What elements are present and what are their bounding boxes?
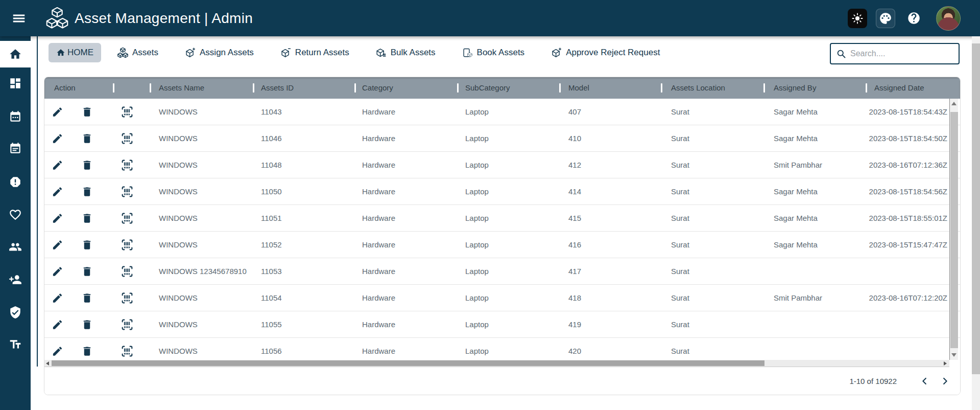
assets-cubes-icon [117,48,128,58]
tab-approve-reject-request[interactable]: Approve Reject Request [551,48,660,58]
delete-button[interactable] [81,186,93,197]
delete-button[interactable] [81,159,93,171]
edit-button[interactable] [52,159,63,171]
edit-button[interactable] [52,186,63,197]
pencil-icon [52,239,63,250]
sidebar-item-report[interactable] [0,170,31,194]
scroll-left-arrow[interactable] [46,361,49,366]
delete-button[interactable] [81,212,93,224]
scroll-right-arrow[interactable] [944,361,947,366]
cell-assigned-date: 2023-08-15T18:55:01Z [856,205,947,231]
delete-button[interactable] [81,345,93,357]
edit-button[interactable] [52,292,63,304]
cell-assets-name: WINDOWS [159,125,198,151]
sidebar-item-security[interactable] [0,300,31,325]
help-button[interactable] [904,9,923,28]
previous-page-button[interactable] [914,371,935,392]
sidebar-item-person-add[interactable] [0,267,31,292]
sidebar-item-text-format[interactable] [0,332,31,357]
user-avatar[interactable] [936,6,961,31]
column-separator [354,83,356,93]
barcode-scan-icon [120,317,134,332]
trash-icon [81,292,93,304]
edit-button[interactable] [52,212,63,224]
theme-toggle-button[interactable] [848,9,867,28]
edit-button[interactable] [52,318,63,330]
horizontal-scrollbar-thumb[interactable] [52,360,764,366]
box-minus-icon [280,48,291,58]
barcode-button[interactable] [120,211,134,225]
cell-assets-id: 11052 [261,232,282,258]
cell-assets-name: WINDOWS [159,205,198,231]
sidebar-item-calendar[interactable] [0,104,31,129]
delete-button[interactable] [81,265,93,277]
cell-assigned-date: 2023-08-15T18:54:56Z [856,178,947,204]
sidebar-item-people[interactable] [0,235,31,259]
barcode-button[interactable] [120,185,134,199]
page-scrollbar-thumb[interactable] [972,43,980,374]
edit-button[interactable] [52,132,63,144]
hamburger-menu-button[interactable] [10,10,28,27]
palette-button[interactable] [876,9,895,28]
tab-book-assets[interactable]: Book Assets [462,48,525,58]
tab-home[interactable]: HOME [49,43,101,62]
cell-model: 418 [568,285,581,311]
search-input[interactable] [850,49,953,58]
table-horizontal-scrollbar[interactable] [44,360,960,367]
cell-assets-name: WINDOWS [159,338,198,360]
cell-assigned-date: 2023-08-15T18:54:43Z [856,99,947,125]
delete-button[interactable] [81,239,93,250]
edit-button[interactable] [52,106,63,118]
sidebar-item-favorites[interactable] [0,202,31,227]
sidebar-item-event-note[interactable] [0,136,31,161]
cell-model: 407 [568,99,581,125]
trash-icon [81,318,93,330]
barcode-button[interactable] [120,238,134,252]
sidebar-item-dashboard[interactable] [0,71,31,96]
edit-button[interactable] [52,239,63,250]
delete-button[interactable] [81,106,93,118]
column-separator [113,83,114,93]
barcode-scan-icon [120,211,134,225]
barcode-button[interactable] [120,158,134,172]
cell-assigned-date: 2023-08-16T07:12:20Z [856,285,947,311]
tab-bulk-assets[interactable]: Bulk Assets [376,48,436,58]
tab-assets[interactable]: Assets [117,48,158,58]
search-box[interactable] [830,43,960,64]
cell-subcategory: Laptop [465,178,489,204]
cell-subcategory: Laptop [465,338,489,360]
content-left-divider [37,36,38,367]
tab-assign-assets[interactable]: Assign Assets [185,48,254,58]
table-vertical-scrollbar[interactable] [949,99,958,360]
cell-assets-location: Surat [671,99,689,125]
column-separator [763,83,765,93]
edit-button[interactable] [52,345,63,357]
delete-button[interactable] [81,132,93,144]
barcode-button[interactable] [120,291,134,305]
tab-return-assets[interactable]: Return Assets [280,48,349,58]
barcode-button[interactable] [120,131,134,146]
scroll-up-arrow[interactable] [951,102,957,105]
pencil-icon [52,159,63,171]
scrollbar-corner [949,360,960,367]
sidebar-item-home[interactable] [0,41,31,67]
page-vertical-scrollbar[interactable] [972,36,980,410]
delete-button[interactable] [81,318,93,330]
col-header-category: Category [362,77,393,99]
barcode-button[interactable] [120,317,134,332]
col-header-model: Model [568,77,589,99]
next-page-button[interactable] [935,371,955,392]
tab-label: Return Assets [295,48,349,58]
tab-label: Book Assets [477,48,525,58]
scroll-down-arrow[interactable] [951,353,957,357]
home-icon [9,48,22,61]
barcode-button[interactable] [120,344,134,358]
barcode-button[interactable] [120,105,134,119]
vertical-scrollbar-thumb[interactable] [950,112,958,348]
barcode-button[interactable] [120,264,134,279]
edit-button[interactable] [52,265,63,277]
table-row: WINDOWS 12345678910 11053 Hardware Lapto… [44,258,960,285]
pencil-icon [52,212,63,224]
cell-model: 416 [568,232,581,258]
delete-button[interactable] [81,292,93,304]
